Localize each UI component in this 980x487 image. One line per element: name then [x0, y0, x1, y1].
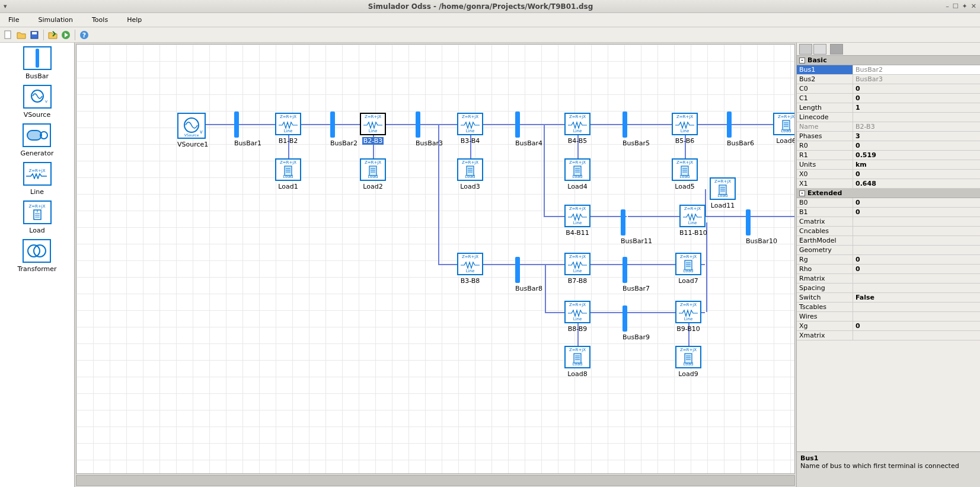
- prop-row[interactable]: SwitchFalse: [797, 293, 980, 303]
- prop-value[interactable]: 1: [853, 103, 980, 112]
- element-busbar[interactable]: BusBar10: [746, 209, 777, 245]
- prop-tab-category[interactable]: [799, 44, 812, 55]
- prop-row[interactable]: Linecode: [797, 113, 980, 122]
- element-line[interactable]: Z=R+jXLineB2-B3: [360, 113, 386, 145]
- prop-row[interactable]: B10: [797, 208, 980, 217]
- palette-busbar[interactable]: BusBar: [23, 46, 52, 80]
- element-line[interactable]: Z=R+jXLineB7-B8: [564, 253, 590, 285]
- run-icon[interactable]: [60, 29, 72, 41]
- diagram-canvas[interactable]: vVSourceVSource1BusBar1Z=R+jXLineB1-B2Z=…: [76, 44, 795, 474]
- prop-row[interactable]: Unitskm: [797, 160, 980, 170]
- maximize-icon[interactable]: ☐: [953, 2, 959, 10]
- element-line[interactable]: Z=R+jXLineB5-B6: [672, 113, 698, 145]
- prop-row[interactable]: Phases3: [797, 132, 980, 141]
- prop-value[interactable]: 3: [853, 132, 980, 141]
- element-busbar[interactable]: BusBar4: [515, 112, 542, 147]
- prop-tab-alpha[interactable]: [813, 44, 826, 55]
- prop-value[interactable]: 0: [853, 265, 980, 273]
- prop-row[interactable]: Cncables: [797, 227, 980, 236]
- element-load[interactable]: Z=R+jXLoadLoad5: [672, 158, 698, 190]
- prop-value[interactable]: 0: [853, 84, 980, 93]
- prop-row[interactable]: C10: [797, 94, 980, 103]
- prop-value[interactable]: 0: [853, 255, 980, 264]
- element-busbar[interactable]: BusBar8: [515, 257, 542, 292]
- prop-value[interactable]: [853, 113, 980, 122]
- element-busbar[interactable]: BusBar7: [623, 257, 650, 292]
- prop-row[interactable]: R00: [797, 141, 980, 151]
- prop-row[interactable]: Length1: [797, 103, 980, 113]
- prop-value[interactable]: 0: [853, 94, 980, 103]
- element-busbar[interactable]: BusBar1: [234, 112, 261, 147]
- prop-value[interactable]: 0: [853, 170, 980, 179]
- element-line[interactable]: Z=R+jXLineB1-B2: [275, 113, 301, 145]
- element-busbar[interactable]: BusBar6: [727, 112, 754, 147]
- element-busbar[interactable]: BusBar3: [416, 112, 443, 147]
- palette-generator[interactable]: Generator: [21, 123, 54, 157]
- element-load[interactable]: Z=R+jXLoadLoad2: [360, 158, 386, 190]
- prop-row[interactable]: C00: [797, 84, 980, 94]
- menu-simulation[interactable]: Simulation: [34, 15, 76, 25]
- prop-row[interactable]: R10.519: [797, 151, 980, 160]
- prop-row[interactable]: EarthModel: [797, 236, 980, 246]
- element-line[interactable]: Z=R+jXLineB4-B11: [564, 205, 590, 237]
- new-icon[interactable]: [2, 29, 14, 41]
- restore-icon[interactable]: ✦: [962, 2, 968, 10]
- prop-row[interactable]: Spacing: [797, 284, 980, 293]
- prop-row[interactable]: Bus1BusBar2: [797, 65, 980, 75]
- element-vsource[interactable]: vVSourceVSource1: [177, 113, 208, 148]
- prop-tab-page[interactable]: [830, 44, 843, 55]
- prop-value[interactable]: km: [853, 160, 980, 169]
- property-grid[interactable]: -BasicBus1BusBar2Bus2BusBar3C00C10Length…: [797, 56, 980, 451]
- prop-value[interactable]: [853, 227, 980, 235]
- prop-value[interactable]: 0: [853, 322, 980, 330]
- prop-value[interactable]: [853, 312, 980, 321]
- prop-row[interactable]: NameB2-B3: [797, 122, 980, 132]
- prop-row[interactable]: X10.648: [797, 179, 980, 189]
- close-icon[interactable]: ✕: [971, 2, 976, 10]
- element-line[interactable]: Z=R+jXLineB9-B10: [675, 301, 701, 333]
- prop-value[interactable]: 0.519: [853, 151, 980, 160]
- export-icon[interactable]: [47, 29, 59, 41]
- prop-row[interactable]: Cmatrix: [797, 217, 980, 227]
- element-line[interactable]: Z=R+jXLineB3-B8: [457, 253, 483, 285]
- element-load[interactable]: Z=R+jXLoadLoad7: [675, 253, 701, 285]
- prop-row[interactable]: Tscables: [797, 303, 980, 312]
- prop-value[interactable]: [853, 217, 980, 226]
- prop-section[interactable]: -Extended: [797, 189, 980, 198]
- palette-line[interactable]: Z=R+jXLine: [23, 162, 52, 196]
- menu-tools[interactable]: Tools: [88, 15, 111, 25]
- collapse-icon[interactable]: -: [799, 190, 805, 196]
- element-load[interactable]: Z=R+jXLoadLoad8: [564, 346, 590, 378]
- element-busbar[interactable]: BusBar5: [623, 112, 650, 147]
- prop-value[interactable]: B2-B3: [853, 122, 980, 131]
- menu-file[interactable]: File: [5, 15, 23, 25]
- prop-row[interactable]: Xmatrix: [797, 331, 980, 340]
- element-busbar[interactable]: BusBar9: [623, 305, 650, 341]
- palette-load[interactable]: Z=R+jXLoad: [23, 200, 52, 234]
- prop-row[interactable]: Rho0: [797, 265, 980, 274]
- prop-value[interactable]: 0: [853, 198, 980, 207]
- palette-transformer[interactable]: Transformer: [17, 239, 56, 273]
- minimize-icon[interactable]: –: [946, 2, 949, 10]
- prop-section[interactable]: -Basic: [797, 56, 980, 65]
- element-load[interactable]: Z=R+jXLoadLoad6: [773, 113, 795, 145]
- prop-row[interactable]: Rmatrix: [797, 274, 980, 284]
- prop-row[interactable]: Rg0: [797, 255, 980, 265]
- horizontal-scrollbar[interactable]: [76, 475, 795, 486]
- prop-value[interactable]: BusBar3: [853, 75, 980, 84]
- prop-row[interactable]: Geometry: [797, 246, 980, 255]
- element-load[interactable]: Z=R+jXLoadLoad4: [564, 158, 590, 190]
- prop-row[interactable]: Wires: [797, 312, 980, 322]
- element-load[interactable]: Z=R+jXLoadLoad11: [710, 177, 736, 209]
- menu-help[interactable]: Help: [123, 15, 145, 25]
- element-busbar[interactable]: BusBar2: [330, 112, 357, 147]
- element-load[interactable]: Z=R+jXLoadLoad3: [457, 158, 483, 190]
- prop-value[interactable]: [853, 236, 980, 245]
- prop-value[interactable]: [853, 284, 980, 292]
- prop-value[interactable]: 0: [853, 208, 980, 217]
- palette-vsource[interactable]: vVSource: [23, 85, 52, 119]
- element-line[interactable]: Z=R+jXLineB3-B4: [457, 113, 483, 145]
- prop-value[interactable]: [853, 303, 980, 311]
- prop-value[interactable]: [853, 246, 980, 254]
- prop-row[interactable]: X00: [797, 170, 980, 179]
